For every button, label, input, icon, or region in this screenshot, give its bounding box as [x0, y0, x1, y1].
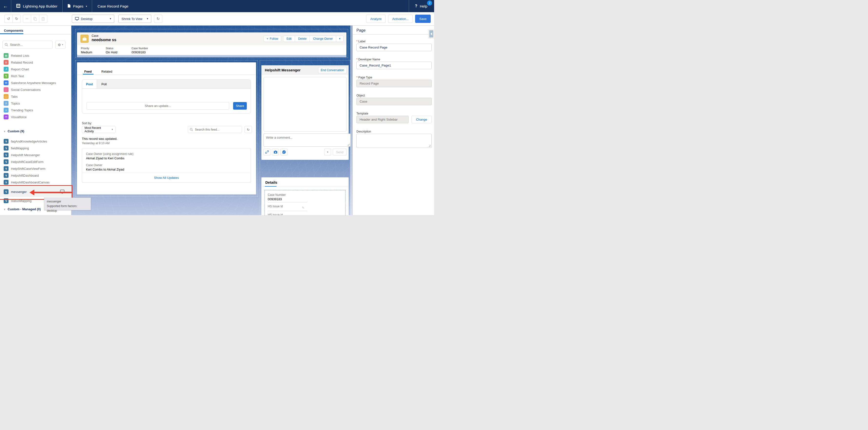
feed-search-input[interactable] — [188, 126, 242, 133]
detail-fields-region[interactable]: Case Number 00939183 HS Issue Id ✎ HS Is… — [265, 190, 345, 215]
detail-field-label: HS Issue Id — [268, 213, 283, 215]
send-button[interactable]: Send — [333, 149, 347, 155]
comment-textarea[interactable] — [264, 133, 350, 147]
component-item-rich-text[interactable]: ¶ Rich Text — [0, 72, 71, 80]
tab-post[interactable]: Post — [82, 80, 97, 88]
change-template-button[interactable]: Change — [411, 116, 432, 123]
component-item-case-edit-form[interactable]: ϟ HelpshiftCaseEditForm — [0, 158, 71, 165]
end-conversation-button[interactable]: End Conversation — [318, 67, 347, 73]
component-item-report-chart[interactable]: ↗ Report Chart — [0, 66, 71, 72]
sidebar-components-region[interactable]: Helpshift Messenger End Conversation — [260, 60, 350, 215]
feed-refresh-button[interactable]: ↻ — [245, 126, 252, 133]
redo-button[interactable]: ↻ — [12, 14, 21, 23]
field-label: Priority — [81, 47, 106, 50]
more-actions-button[interactable]: ▼ — [336, 36, 343, 42]
rich-text-icon: ¶ — [4, 73, 8, 79]
description-textarea[interactable] — [356, 134, 432, 148]
delete-button[interactable]: Delete — [295, 36, 310, 42]
changed-field-value: Akmal Ziyad to Keri Combs — [86, 156, 124, 160]
component-item-faq-knowledge[interactable]: ϟ faqAndKnowledgeArticles — [0, 138, 71, 145]
component-item-related-record[interactable]: ≣ Related Record — [0, 59, 71, 66]
undo-button[interactable]: ↺ — [4, 14, 13, 23]
tab-related[interactable]: Related — [101, 70, 112, 73]
view-scale-select[interactable]: Shrink To View ▼ — [118, 14, 151, 23]
changed-field-label: Case Owner (using assignment rule) — [86, 152, 133, 156]
component-label: Topics — [11, 101, 20, 105]
show-all-updates-link[interactable]: Show All Updates — [82, 173, 251, 182]
search-icon — [190, 128, 193, 131]
lightning-bolt-icon: ϟ — [4, 198, 8, 203]
collapse-panel-button[interactable] — [428, 29, 434, 38]
caret-down-icon: ▼ — [110, 18, 112, 20]
desktop-icon — [75, 17, 79, 21]
link-icon — [265, 150, 269, 154]
component-item-tabs[interactable]: ▢ Tabs — [0, 93, 71, 100]
refresh-button[interactable]: ↻ — [154, 14, 162, 23]
component-item-helpshift-messenger[interactable]: ϟ Helpshift Messenger — [0, 152, 71, 158]
component-item-related-lists[interactable]: ▤ Related Lists — [0, 52, 71, 59]
pages-menu[interactable]: Pages ▾ — [63, 0, 92, 12]
help-menu[interactable]: ? Help 2 — [409, 0, 434, 12]
redo-icon: ↻ — [15, 17, 18, 21]
paste-button[interactable] — [39, 14, 47, 23]
send-options-button[interactable]: ▼ — [324, 149, 331, 155]
lightning-bolt-icon: ϟ — [4, 139, 8, 144]
follow-button[interactable]: + Follow — [264, 36, 281, 42]
copy-button[interactable] — [31, 14, 39, 23]
search-input[interactable] — [2, 41, 53, 49]
share-button[interactable]: Share — [233, 102, 247, 110]
tab-details[interactable]: Details — [265, 180, 277, 184]
follow-label: Follow — [270, 37, 278, 40]
attach-photo-button[interactable] — [272, 149, 279, 155]
field-value: Medium — [81, 51, 106, 54]
developer-name-input[interactable] — [356, 62, 432, 69]
component-item-case-view-form[interactable]: ϟ HelpShiftCaseViewForm — [0, 165, 71, 172]
save-button[interactable]: Save — [415, 14, 431, 23]
tab-components[interactable]: Components — [4, 29, 23, 32]
object-type-label: Case — [92, 34, 98, 37]
tab-poll[interactable]: Poll — [97, 80, 111, 88]
component-item-topics[interactable]: # Topics — [0, 100, 71, 107]
canvas-scrollbar-thumb[interactable] — [350, 49, 352, 77]
tabs-component-region[interactable]: Feed Related Post Poll Share Sort by: Mo… — [75, 60, 258, 196]
lightning-bolt-icon: ϟ — [4, 146, 8, 151]
resize-handle[interactable] — [429, 145, 431, 147]
component-label: Related Lists — [11, 54, 29, 58]
component-item-helpshift-dashboard[interactable]: ϟ HelpshiftDashboard — [0, 172, 71, 179]
tabs-icon: ▢ — [4, 94, 8, 99]
pages-label: Pages — [73, 4, 84, 8]
section-custom[interactable]: ∨ Custom (9) — [4, 128, 24, 134]
activation-button[interactable]: Activation... — [388, 14, 413, 23]
share-update-input[interactable] — [87, 102, 229, 110]
edit-button[interactable]: Edit — [283, 36, 295, 42]
component-item-dashboard-canvas[interactable]: ϟ HelpshiftDashboardCanvas — [0, 179, 71, 186]
record-title: needsome ss — [92, 38, 116, 42]
component-settings-button[interactable]: ⚙ ▾ — [55, 41, 65, 49]
edit-pencil-icon[interactable]: ✎ — [302, 206, 305, 210]
sort-select[interactable]: Most Recent Activity ▼ — [82, 126, 116, 133]
component-item-visualforce[interactable]: </> Visualforce — [0, 114, 71, 120]
component-item-trending-topics[interactable]: ≡ Trending Topics — [0, 107, 71, 114]
record-action-group: Edit Delete Change Owner ▼ — [283, 36, 343, 42]
component-item-messenger[interactable]: ϟ messenger — [0, 187, 71, 197]
tab-feed[interactable]: Feed — [84, 70, 92, 73]
resize-handle[interactable] — [347, 144, 349, 146]
attach-link-button[interactable] — [264, 149, 271, 155]
record-actions: + Follow Edit Delete Change Owner ▼ — [264, 36, 343, 42]
cut-button[interactable]: ✂ — [23, 14, 31, 23]
header-component-region[interactable]: Case needsome ss + Follow Edit Delete Ch… — [75, 29, 348, 58]
search-icon — [5, 43, 8, 47]
component-item-field-mapping[interactable]: ϟ fieldMapping — [0, 145, 71, 152]
label-input[interactable] — [356, 43, 432, 51]
developer-name-field-label: *Developer Name — [356, 58, 380, 61]
component-item-anywhere-messages[interactable]: ✉ Salesforce Anywhere Messages — [0, 80, 71, 86]
change-owner-button[interactable]: Change Owner — [310, 36, 336, 42]
back-button[interactable]: ← — [0, 0, 11, 12]
required-asterisk: * — [356, 58, 358, 61]
quick-text-button[interactable] — [280, 149, 287, 155]
analyze-button[interactable]: Analyze — [366, 14, 385, 23]
section-custom-managed[interactable]: ∨ Custom - Managed (0) — [4, 206, 41, 212]
device-select[interactable]: Desktop ▼ — [72, 14, 114, 23]
lightning-bolt-icon: ϟ — [4, 180, 8, 185]
component-item-social-conversations[interactable]: ∴ Social Conversations — [0, 86, 71, 93]
